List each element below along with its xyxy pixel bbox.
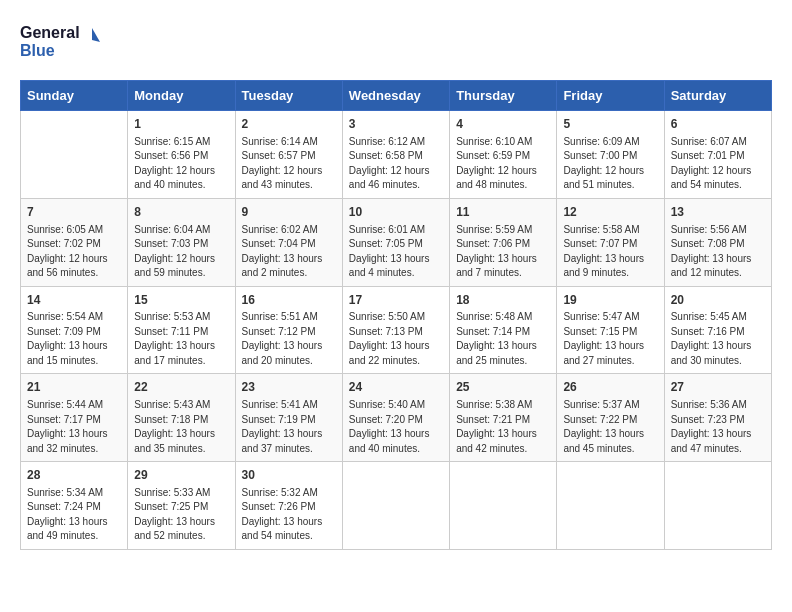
- day-info: Sunrise: 5:53 AMSunset: 7:11 PMDaylight:…: [134, 310, 228, 368]
- calendar-cell: 11Sunrise: 5:59 AMSunset: 7:06 PMDayligh…: [450, 198, 557, 286]
- day-info: Sunrise: 6:02 AMSunset: 7:04 PMDaylight:…: [242, 223, 336, 281]
- day-info: Sunrise: 6:14 AMSunset: 6:57 PMDaylight:…: [242, 135, 336, 193]
- day-number: 25: [456, 379, 550, 396]
- day-number: 17: [349, 292, 443, 309]
- day-number: 28: [27, 467, 121, 484]
- calendar-cell: 7Sunrise: 6:05 AMSunset: 7:02 PMDaylight…: [21, 198, 128, 286]
- calendar-cell: 20Sunrise: 5:45 AMSunset: 7:16 PMDayligh…: [664, 286, 771, 374]
- calendar-cell: 23Sunrise: 5:41 AMSunset: 7:19 PMDayligh…: [235, 374, 342, 462]
- day-number: 2: [242, 116, 336, 133]
- svg-text:Blue: Blue: [20, 42, 55, 59]
- calendar-cell: 6Sunrise: 6:07 AMSunset: 7:01 PMDaylight…: [664, 111, 771, 199]
- day-number: 21: [27, 379, 121, 396]
- day-number: 5: [563, 116, 657, 133]
- day-number: 27: [671, 379, 765, 396]
- day-number: 1: [134, 116, 228, 133]
- day-info: Sunrise: 6:10 AMSunset: 6:59 PMDaylight:…: [456, 135, 550, 193]
- day-number: 8: [134, 204, 228, 221]
- calendar-cell: 13Sunrise: 5:56 AMSunset: 7:08 PMDayligh…: [664, 198, 771, 286]
- day-info: Sunrise: 6:05 AMSunset: 7:02 PMDaylight:…: [27, 223, 121, 281]
- day-number: 4: [456, 116, 550, 133]
- logo: General Blue: [20, 20, 100, 64]
- calendar-cell: 14Sunrise: 5:54 AMSunset: 7:09 PMDayligh…: [21, 286, 128, 374]
- day-number: 6: [671, 116, 765, 133]
- day-number: 10: [349, 204, 443, 221]
- calendar-cell: 21Sunrise: 5:44 AMSunset: 7:17 PMDayligh…: [21, 374, 128, 462]
- calendar-cell: 28Sunrise: 5:34 AMSunset: 7:24 PMDayligh…: [21, 462, 128, 550]
- day-info: Sunrise: 5:32 AMSunset: 7:26 PMDaylight:…: [242, 486, 336, 544]
- svg-marker-2: [92, 28, 100, 42]
- calendar-cell: 1Sunrise: 6:15 AMSunset: 6:56 PMDaylight…: [128, 111, 235, 199]
- calendar-cell: 3Sunrise: 6:12 AMSunset: 6:58 PMDaylight…: [342, 111, 449, 199]
- day-info: Sunrise: 5:44 AMSunset: 7:17 PMDaylight:…: [27, 398, 121, 456]
- day-number: 30: [242, 467, 336, 484]
- day-info: Sunrise: 5:37 AMSunset: 7:22 PMDaylight:…: [563, 398, 657, 456]
- day-info: Sunrise: 6:01 AMSunset: 7:05 PMDaylight:…: [349, 223, 443, 281]
- day-number: 19: [563, 292, 657, 309]
- calendar-cell: 17Sunrise: 5:50 AMSunset: 7:13 PMDayligh…: [342, 286, 449, 374]
- day-info: Sunrise: 6:04 AMSunset: 7:03 PMDaylight:…: [134, 223, 228, 281]
- calendar-cell: 22Sunrise: 5:43 AMSunset: 7:18 PMDayligh…: [128, 374, 235, 462]
- calendar-week-4: 21Sunrise: 5:44 AMSunset: 7:17 PMDayligh…: [21, 374, 772, 462]
- calendar-week-2: 7Sunrise: 6:05 AMSunset: 7:02 PMDaylight…: [21, 198, 772, 286]
- day-number: 9: [242, 204, 336, 221]
- day-number: 13: [671, 204, 765, 221]
- day-info: Sunrise: 6:07 AMSunset: 7:01 PMDaylight:…: [671, 135, 765, 193]
- day-number: 26: [563, 379, 657, 396]
- day-number: 3: [349, 116, 443, 133]
- calendar-cell: 15Sunrise: 5:53 AMSunset: 7:11 PMDayligh…: [128, 286, 235, 374]
- day-number: 16: [242, 292, 336, 309]
- logo-svg: General Blue: [20, 20, 100, 64]
- day-info: Sunrise: 6:09 AMSunset: 7:00 PMDaylight:…: [563, 135, 657, 193]
- day-number: 7: [27, 204, 121, 221]
- day-info: Sunrise: 5:33 AMSunset: 7:25 PMDaylight:…: [134, 486, 228, 544]
- calendar-cell: 16Sunrise: 5:51 AMSunset: 7:12 PMDayligh…: [235, 286, 342, 374]
- day-number: 14: [27, 292, 121, 309]
- day-info: Sunrise: 6:15 AMSunset: 6:56 PMDaylight:…: [134, 135, 228, 193]
- day-header-sunday: Sunday: [21, 81, 128, 111]
- day-header-saturday: Saturday: [664, 81, 771, 111]
- calendar-cell: 12Sunrise: 5:58 AMSunset: 7:07 PMDayligh…: [557, 198, 664, 286]
- calendar-cell: 29Sunrise: 5:33 AMSunset: 7:25 PMDayligh…: [128, 462, 235, 550]
- calendar-cell: 10Sunrise: 6:01 AMSunset: 7:05 PMDayligh…: [342, 198, 449, 286]
- day-info: Sunrise: 5:43 AMSunset: 7:18 PMDaylight:…: [134, 398, 228, 456]
- day-number: 11: [456, 204, 550, 221]
- page-header: General Blue: [20, 20, 772, 64]
- day-info: Sunrise: 5:40 AMSunset: 7:20 PMDaylight:…: [349, 398, 443, 456]
- calendar-week-1: 1Sunrise: 6:15 AMSunset: 6:56 PMDaylight…: [21, 111, 772, 199]
- calendar-cell: [342, 462, 449, 550]
- day-number: 22: [134, 379, 228, 396]
- calendar-cell: 25Sunrise: 5:38 AMSunset: 7:21 PMDayligh…: [450, 374, 557, 462]
- day-info: Sunrise: 6:12 AMSunset: 6:58 PMDaylight:…: [349, 135, 443, 193]
- day-header-monday: Monday: [128, 81, 235, 111]
- day-number: 24: [349, 379, 443, 396]
- day-info: Sunrise: 5:45 AMSunset: 7:16 PMDaylight:…: [671, 310, 765, 368]
- calendar-week-3: 14Sunrise: 5:54 AMSunset: 7:09 PMDayligh…: [21, 286, 772, 374]
- calendar-week-5: 28Sunrise: 5:34 AMSunset: 7:24 PMDayligh…: [21, 462, 772, 550]
- calendar-cell: [664, 462, 771, 550]
- day-info: Sunrise: 5:59 AMSunset: 7:06 PMDaylight:…: [456, 223, 550, 281]
- calendar-cell: [450, 462, 557, 550]
- calendar-cell: 24Sunrise: 5:40 AMSunset: 7:20 PMDayligh…: [342, 374, 449, 462]
- calendar-cell: 30Sunrise: 5:32 AMSunset: 7:26 PMDayligh…: [235, 462, 342, 550]
- calendar-table: SundayMondayTuesdayWednesdayThursdayFrid…: [20, 80, 772, 550]
- calendar-cell: [557, 462, 664, 550]
- calendar-cell: 26Sunrise: 5:37 AMSunset: 7:22 PMDayligh…: [557, 374, 664, 462]
- day-headers-row: SundayMondayTuesdayWednesdayThursdayFrid…: [21, 81, 772, 111]
- calendar-cell: 5Sunrise: 6:09 AMSunset: 7:00 PMDaylight…: [557, 111, 664, 199]
- day-info: Sunrise: 5:47 AMSunset: 7:15 PMDaylight:…: [563, 310, 657, 368]
- day-header-thursday: Thursday: [450, 81, 557, 111]
- day-header-tuesday: Tuesday: [235, 81, 342, 111]
- calendar-cell: 8Sunrise: 6:04 AMSunset: 7:03 PMDaylight…: [128, 198, 235, 286]
- svg-text:General: General: [20, 24, 80, 41]
- day-number: 15: [134, 292, 228, 309]
- day-info: Sunrise: 5:50 AMSunset: 7:13 PMDaylight:…: [349, 310, 443, 368]
- calendar-cell: 2Sunrise: 6:14 AMSunset: 6:57 PMDaylight…: [235, 111, 342, 199]
- calendar-cell: [21, 111, 128, 199]
- day-info: Sunrise: 5:58 AMSunset: 7:07 PMDaylight:…: [563, 223, 657, 281]
- day-header-wednesday: Wednesday: [342, 81, 449, 111]
- day-info: Sunrise: 5:36 AMSunset: 7:23 PMDaylight:…: [671, 398, 765, 456]
- day-number: 20: [671, 292, 765, 309]
- day-info: Sunrise: 5:34 AMSunset: 7:24 PMDaylight:…: [27, 486, 121, 544]
- day-info: Sunrise: 5:56 AMSunset: 7:08 PMDaylight:…: [671, 223, 765, 281]
